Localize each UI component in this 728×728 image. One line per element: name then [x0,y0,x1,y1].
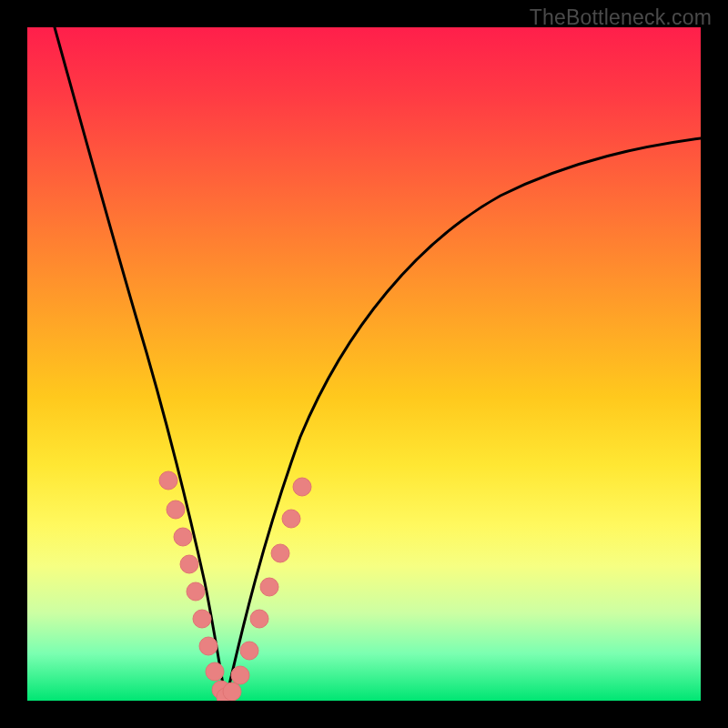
curve-right [226,138,701,701]
svg-point-9 [217,688,235,701]
curve-left [55,27,226,701]
svg-point-7 [206,662,224,681]
svg-point-1 [167,500,185,519]
svg-point-8 [212,681,230,699]
svg-point-4 [187,582,205,601]
chart-plot-area [27,27,701,701]
svg-point-17 [293,478,311,496]
svg-point-16 [282,510,300,528]
svg-point-10 [223,682,241,701]
svg-point-14 [260,578,278,596]
chart-frame: TheBottleneck.com [0,0,728,728]
svg-point-2 [174,528,192,546]
watermark-text: TheBottleneck.com [530,5,712,30]
svg-point-12 [240,642,258,660]
svg-point-15 [271,544,289,562]
svg-point-11 [231,666,249,684]
svg-point-5 [193,610,211,628]
svg-point-0 [159,471,177,490]
svg-point-6 [199,637,217,655]
chart-svg [27,27,701,701]
data-markers [159,471,311,701]
svg-point-3 [180,555,198,573]
svg-point-13 [250,610,268,628]
